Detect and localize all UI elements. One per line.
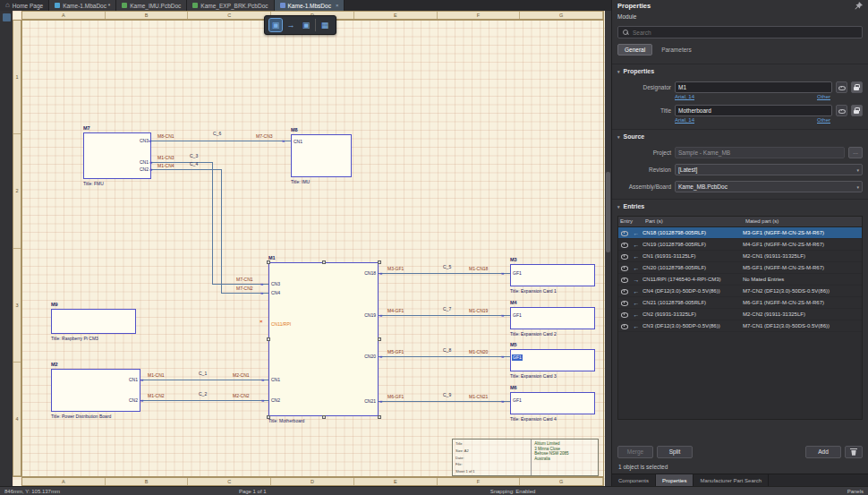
wire-segment[interactable] bbox=[151, 141, 291, 141]
connection-label[interactable]: M8-CN1 bbox=[157, 133, 174, 139]
connection-label[interactable]: M1-CN19 bbox=[469, 308, 488, 313]
panel-tab-properties[interactable]: Properties bbox=[656, 474, 694, 486]
port-gf1[interactable]: GF1 bbox=[512, 354, 523, 361]
port-cn3[interactable]: CN3 bbox=[271, 281, 280, 287]
net-label[interactable]: C_9 bbox=[443, 392, 451, 397]
wire-segment[interactable] bbox=[379, 315, 510, 316]
close-icon[interactable]: × bbox=[336, 3, 339, 8]
revision-select[interactable]: [Latest] ▾ bbox=[675, 164, 863, 175]
selection-handle[interactable] bbox=[267, 260, 270, 264]
module-block-m9[interactable] bbox=[51, 309, 136, 334]
connection-label[interactable]: M1-CN3 bbox=[157, 155, 174, 160]
entry-row[interactable]: ←CN3 (DF12(3.0)-50DP-0.5V(86))M7-CN1 (DF… bbox=[618, 320, 862, 332]
module-block-m2[interactable] bbox=[51, 369, 140, 412]
designator-lock-button[interactable] bbox=[851, 81, 863, 93]
net-label[interactable]: C_2 bbox=[199, 391, 207, 397]
port-cn4[interactable]: CN4 bbox=[271, 290, 280, 296]
panel-tab-components[interactable]: Components bbox=[612, 474, 656, 486]
search-box[interactable] bbox=[617, 26, 863, 38]
connection-label[interactable]: M7-CN3 bbox=[256, 133, 273, 139]
tab-document[interactable]: Kame-1.MbsDoc× bbox=[275, 0, 345, 11]
net-label[interactable]: C_8 bbox=[443, 347, 451, 353]
module-block-m3[interactable] bbox=[510, 264, 595, 286]
net-label[interactable]: C_1 bbox=[199, 371, 207, 376]
net-label[interactable]: C_4 bbox=[190, 161, 198, 166]
panels-button[interactable]: Panels bbox=[847, 489, 864, 494]
port-cn18[interactable]: CN18 bbox=[268, 270, 376, 277]
place-module-icon[interactable]: ▣ bbox=[269, 19, 282, 31]
delete-button[interactable] bbox=[845, 446, 863, 458]
port-cn3[interactable]: CN3 bbox=[83, 138, 149, 144]
connection-label[interactable]: M1-CN21 bbox=[469, 394, 488, 399]
port-gf1[interactable]: GF1 bbox=[513, 397, 522, 404]
title-visibility-button[interactable] bbox=[836, 105, 847, 116]
split-button[interactable]: Split bbox=[657, 446, 693, 458]
entry-row[interactable]: ←CN20 (10128798-005RLF)M5-GF1 (NGFF-M-CN… bbox=[618, 262, 862, 274]
designator-other-link[interactable]: Other bbox=[817, 94, 830, 99]
connection-label[interactable]: M1-CN1 bbox=[148, 372, 165, 378]
selection-handle[interactable] bbox=[267, 337, 270, 341]
connection-label[interactable]: M2-CN1 bbox=[233, 372, 250, 378]
designator-input[interactable] bbox=[675, 81, 832, 93]
net-label[interactable]: C_7 bbox=[443, 306, 451, 312]
entry-row[interactable]: ←CN21 (10128798-005RLF)M6-GF1 (NGFF-M-CN… bbox=[618, 297, 862, 309]
place-module-connection-icon[interactable]: ▣ bbox=[300, 19, 312, 31]
wire-segment[interactable] bbox=[379, 401, 510, 402]
port-cn2[interactable]: CN2 bbox=[51, 397, 138, 404]
selection-handle[interactable] bbox=[378, 260, 381, 264]
tab-home-page[interactable]: ⌂ Home Page bbox=[0, 0, 49, 11]
net-label[interactable]: C_5 bbox=[443, 264, 451, 269]
port-cn20[interactable]: CN20 bbox=[268, 354, 376, 360]
net-label[interactable]: C_6 bbox=[213, 131, 221, 136]
module-block-m6[interactable] bbox=[510, 392, 595, 414]
selection-handle[interactable] bbox=[322, 260, 326, 264]
connection-label[interactable]: M1-CN2 bbox=[148, 393, 165, 398]
assembly-select[interactable]: Kame_MB.PcbDoc ▾ bbox=[675, 181, 863, 192]
net-label[interactable]: C_3 bbox=[190, 153, 198, 158]
pin-icon[interactable] bbox=[855, 2, 863, 10]
title-input[interactable] bbox=[675, 105, 832, 116]
port-cn19[interactable]: CN19 bbox=[268, 312, 376, 319]
wire-segment[interactable] bbox=[151, 169, 221, 170]
wire-segment[interactable] bbox=[379, 356, 510, 357]
search-input[interactable] bbox=[633, 30, 858, 36]
arrow-icon[interactable]: → bbox=[285, 19, 297, 31]
project-browse-button[interactable]: … bbox=[848, 147, 863, 158]
connection-label[interactable]: M7-CN1 bbox=[236, 277, 253, 282]
port-gf1[interactable]: GF1 bbox=[513, 312, 522, 319]
section-properties[interactable]: ▾ Properties bbox=[612, 64, 868, 76]
selection-handle[interactable] bbox=[322, 415, 326, 419]
merge-button[interactable]: Merge bbox=[617, 446, 653, 458]
schematic-canvas[interactable]: M7Title: FMUCN3CN1CN2M8Title: IMUCN1M1Ti… bbox=[13, 11, 605, 486]
designator-visibility-button[interactable] bbox=[836, 81, 847, 93]
entry-row[interactable]: →CN11/RPI (1746540-4-RPI-CM3)No Mated En… bbox=[618, 274, 862, 286]
tab-document[interactable]: Kame_IMU.PcbDoc bbox=[116, 0, 187, 11]
wire-segment[interactable] bbox=[221, 169, 222, 293]
designator-font-link[interactable]: Arial, 14 bbox=[675, 94, 694, 99]
connection-label[interactable]: M6-GF1 bbox=[387, 394, 404, 399]
add-button[interactable]: Add bbox=[805, 446, 841, 458]
entry-row[interactable]: ←CN18 (10128798-005RLF)M3-GF1 (NGFF-M-CN… bbox=[618, 227, 862, 239]
module-block-m1[interactable] bbox=[268, 262, 379, 416]
port-cn1[interactable]: CN1 bbox=[51, 377, 138, 383]
connection-label[interactable]: M2-CN2 bbox=[233, 393, 250, 398]
error-marker-icon[interactable]: × bbox=[260, 319, 263, 324]
connection-label[interactable]: M1-CN20 bbox=[469, 349, 488, 354]
entry-row[interactable]: ←CN1 (91931-31125LF)M2-CN1 (91911-31325L… bbox=[618, 251, 862, 262]
document-icon[interactable] bbox=[3, 13, 11, 21]
sheet-entry-icon[interactable]: ▦ bbox=[319, 19, 331, 31]
port-cn1[interactable]: CN1 bbox=[83, 159, 149, 166]
section-entries[interactable]: ▾ Entries bbox=[612, 199, 868, 211]
entry-row[interactable]: ←CN19 (10128798-005RLF)M4-GF1 (NGFF-M-CN… bbox=[618, 239, 862, 251]
wire-segment[interactable] bbox=[379, 273, 510, 274]
selection-handle[interactable] bbox=[378, 337, 381, 341]
tab-parameters[interactable]: Parameters bbox=[654, 44, 699, 55]
selection-handle[interactable] bbox=[267, 415, 270, 419]
port-cn21[interactable]: CN21 bbox=[268, 398, 376, 405]
port-cn11-rpi[interactable]: CN11/RPI bbox=[271, 321, 291, 328]
module-block-m5[interactable] bbox=[510, 349, 595, 371]
connection-label[interactable]: M7-CN2 bbox=[236, 286, 253, 291]
wire-segment[interactable] bbox=[140, 380, 268, 380]
connection-label[interactable]: M4-GF1 bbox=[387, 308, 404, 313]
port-cn1[interactable]: CN1 bbox=[271, 377, 280, 383]
